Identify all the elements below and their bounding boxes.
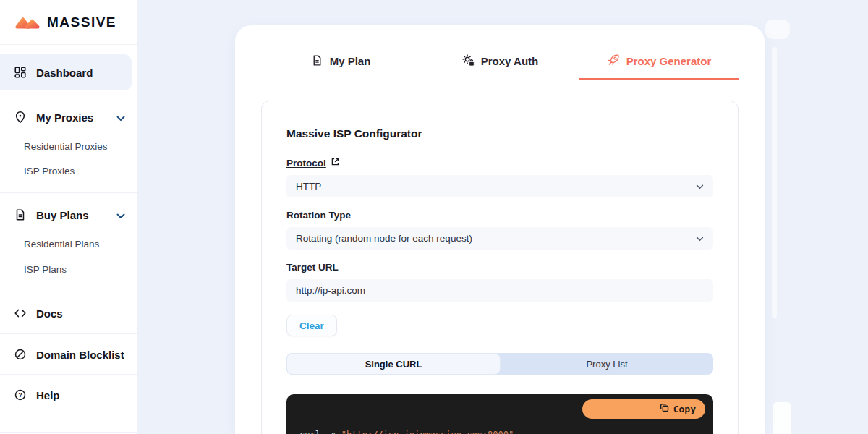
sidebar-item-isp-plans[interactable]: ISP Plans: [0, 261, 137, 277]
code-brackets-icon: [14, 307, 27, 320]
external-link-icon: [331, 157, 340, 169]
sidebar-item-label: Buy Plans: [36, 209, 89, 221]
tab-proxy-generator[interactable]: Proxy Generator: [579, 44, 739, 80]
sidebar-item-domain-blocklist[interactable]: Domain Blocklist: [0, 344, 137, 365]
chevron-down-icon: [116, 209, 125, 221]
output-mode-toggle: Single CURL Proxy List: [286, 353, 713, 375]
sidebar-item-help[interactable]: ? Help: [0, 385, 137, 405]
sidebar-divider: [0, 292, 137, 292]
sidebar-item-isp-proxies[interactable]: ISP Proxies: [0, 163, 137, 179]
sidebar-divider: [0, 333, 137, 334]
sidebar-item-my-proxies[interactable]: My Proxies: [0, 107, 137, 127]
tab-bar: My Plan Proxy Auth: [235, 25, 765, 80]
sidebar-item-label: Docs: [36, 307, 63, 320]
sidebar-item-residential-plans[interactable]: Residential Plans: [0, 236, 137, 252]
tab-label: Proxy Generator: [626, 55, 712, 67]
question-circle-icon: ?: [14, 388, 27, 401]
bottom-widget: [773, 402, 791, 434]
sidebar-item-buy-plans[interactable]: Buy Plans: [0, 205, 137, 225]
clear-button[interactable]: Clear: [286, 315, 337, 336]
tab-label: My Plan: [330, 55, 371, 67]
protocol-label[interactable]: Protocol: [286, 157, 713, 169]
chevron-down-icon: [116, 111, 125, 124]
sidebar-item-label: My Proxies: [36, 111, 93, 124]
curl-line-1: curl -x "http://isp.joinmassive.com:8000…: [299, 429, 700, 434]
sidebar-item-residential-proxies[interactable]: Residential Proxies: [0, 138, 137, 154]
sidebar-item-dashboard[interactable]: Dashboard: [0, 54, 132, 90]
chevron-down-icon: [696, 181, 704, 192]
configurator-panel: Massive ISP Configurator Protocol HTTP R…: [261, 101, 739, 434]
rotation-type-select[interactable]: Rotating (random node for each request): [286, 227, 713, 250]
massive-mountain-icon: [14, 14, 41, 30]
sidebar-item-label: Dashboard: [36, 67, 93, 79]
target-url-input[interactable]: [286, 279, 713, 302]
copy-label: Copy: [673, 403, 696, 416]
file-icon: [311, 54, 323, 69]
scrollbar-track[interactable]: [772, 47, 777, 318]
tab-proxy-auth[interactable]: Proxy Auth: [420, 44, 579, 80]
sidebar-divider: [0, 192, 137, 193]
configurator-title: Massive ISP Configurator: [286, 127, 713, 140]
brand-name: MASSIVE: [47, 14, 116, 30]
dashboard-grid-icon: [14, 66, 27, 79]
proxy-list-segment[interactable]: Proxy List: [501, 353, 713, 375]
copy-button[interactable]: Copy: [582, 399, 705, 419]
sidebar: MASSIVE Dashboard My Proxies Residential…: [0, 0, 137, 434]
document-icon: [14, 208, 27, 221]
sidebar-divider: [0, 374, 137, 375]
sidebar-item-docs[interactable]: Docs: [0, 303, 137, 323]
brand-logo[interactable]: MASSIVE: [0, 0, 137, 45]
curl-code-block: curl -x "http://isp.joinmassive.com:8000…: [286, 394, 713, 434]
rotation-type-label: Rotation Type: [286, 210, 713, 221]
map-pin-icon: [14, 111, 27, 124]
chevron-down-icon: [696, 233, 704, 244]
scroll-top-widget: [765, 20, 790, 39]
tab-label: Proxy Auth: [481, 55, 538, 67]
single-curl-segment[interactable]: Single CURL: [286, 353, 501, 375]
sidebar-item-label: Domain Blocklist: [36, 349, 124, 361]
svg-text:?: ?: [18, 391, 22, 399]
proxy-card: My Plan Proxy Auth: [235, 25, 765, 434]
gear-lock-icon: [461, 54, 475, 69]
blocked-circle-icon: [14, 348, 27, 361]
main-content: My Plan Proxy Auth: [137, 0, 868, 434]
target-url-label: Target URL: [286, 262, 713, 273]
sidebar-item-label: Help: [36, 389, 60, 401]
protocol-select[interactable]: HTTP: [286, 175, 713, 197]
sidebar-divider: [0, 432, 137, 433]
copy-icon: [592, 390, 669, 428]
tab-my-plan[interactable]: My Plan: [261, 44, 420, 80]
rocket-icon: [607, 54, 620, 69]
